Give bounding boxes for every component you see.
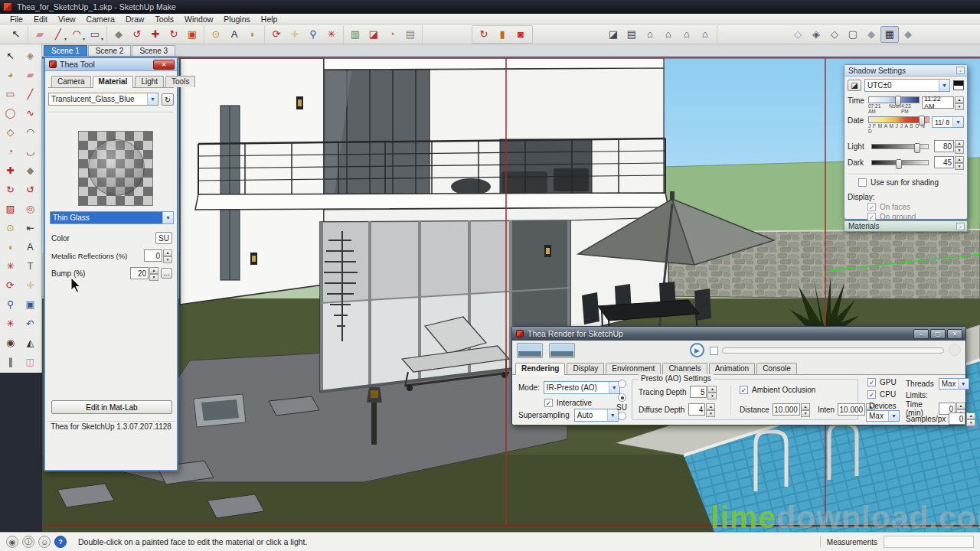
previous-view-tool[interactable]: ↶	[21, 315, 40, 332]
distance-input[interactable]: 10.000	[773, 403, 800, 416]
3d-text-tool[interactable]: T	[21, 257, 40, 275]
date-select[interactable]: 11/ 8 ▼	[932, 116, 964, 128]
scene-tab[interactable]: Scene 2	[88, 45, 132, 56]
intensity-input[interactable]: 10.000	[838, 403, 865, 416]
minimize-icon[interactable]: –	[913, 329, 929, 339]
select-tool-icon[interactable]: ↖	[7, 26, 25, 43]
mode-select[interactable]: IR-Presto (AO) ▼	[544, 381, 620, 394]
supersampling-select[interactable]: Auto ▼	[574, 409, 619, 422]
push-pull-tool[interactable]: ◆	[21, 161, 40, 179]
tracing-depth-input[interactable]: 5	[690, 386, 707, 398]
menu-item[interactable]: Camera	[81, 15, 120, 24]
materials-window-icon[interactable]: ◪	[364, 26, 383, 43]
text-tool[interactable]: A	[21, 238, 40, 256]
help-icon[interactable]: ?	[54, 536, 67, 548]
position-camera-tool[interactable]: ◉	[2, 334, 20, 351]
render-tab[interactable]: Rendering	[515, 363, 565, 375]
pan-tool[interactable]: ✛	[21, 276, 40, 294]
render-tab[interactable]: Animation	[709, 363, 755, 374]
shaded-style-icon[interactable]: ◆	[862, 26, 880, 43]
menu-item[interactable]: Help	[256, 15, 283, 24]
diffuse-depth-input[interactable]: 4	[688, 403, 705, 416]
model-viewport[interactable]	[42, 57, 980, 532]
zoom-tool[interactable]: ⚲	[2, 295, 20, 313]
material-select[interactable]: Translucent_Glass_Blue ▼	[48, 93, 158, 106]
eraser-tool-icon[interactable]: ▰	[31, 26, 49, 43]
color-su-button[interactable]: SU	[155, 232, 172, 244]
menu-item[interactable]: Edit	[28, 15, 53, 24]
user-icon[interactable]: ☺	[38, 536, 51, 548]
thea-tool-tab[interactable]: Camera	[51, 76, 91, 87]
orbit-tool[interactable]: ⟳	[2, 276, 20, 294]
hidden-line-style-icon[interactable]: ▢	[844, 26, 862, 43]
resolution-radio-1[interactable]	[618, 380, 626, 388]
monochrome-style-icon[interactable]: ◆	[899, 26, 917, 43]
edit-in-matlab-button[interactable]: Edit in Mat-Lab	[51, 400, 172, 414]
line-tool[interactable]: ╱	[21, 85, 40, 103]
collapse-icon[interactable]: ▫	[956, 223, 965, 230]
interactive-checkbox[interactable]	[544, 399, 553, 407]
menu-item[interactable]: Window	[179, 15, 218, 24]
date-slider-handle[interactable]	[919, 116, 925, 126]
resolution-radio-2[interactable]	[618, 393, 626, 402]
toggle-shadows-button[interactable]: ◪	[848, 80, 861, 91]
close-icon[interactable]: ✕	[947, 329, 962, 339]
walk-tool[interactable]: ∥	[2, 353, 20, 370]
offset-tool-icon[interactable]: ▣	[183, 26, 201, 43]
light-stepper[interactable]: ▲▼	[955, 140, 964, 152]
select-tool[interactable]: ↖	[2, 47, 20, 64]
components-window-icon[interactable]: ▥	[346, 26, 364, 43]
right-view-icon[interactable]: ⌂	[659, 26, 678, 43]
orbit-tool-icon[interactable]: ⟳	[267, 26, 286, 43]
light-input[interactable]: 80	[934, 140, 954, 152]
two-point-arc-tool[interactable]: ◡	[21, 142, 40, 160]
title-bar[interactable]: Thea_for_SketchUp_1.skp - SketchUp Make	[0, 0, 980, 14]
tape-measure-tool[interactable]: ⊙	[2, 219, 20, 236]
samples-stepper[interactable]: ▲▼	[966, 412, 975, 425]
measurements-input[interactable]	[884, 536, 974, 548]
follow-me-tool[interactable]: ↺	[21, 181, 40, 198]
front-view-icon[interactable]: ⌂	[641, 26, 659, 43]
time-stepper[interactable]: ▲▼	[955, 96, 964, 109]
display-option-checkbox[interactable]	[867, 203, 876, 211]
start-render-button[interactable]: ▶	[690, 343, 704, 357]
thea-material-lab-icon[interactable]: ▮	[493, 26, 511, 43]
rectangle-tool[interactable]: ▭	[2, 85, 20, 103]
diffuse-depth-stepper[interactable]: ▲▼	[706, 403, 715, 416]
zoom-extents-tool-icon[interactable]: ✳	[322, 26, 341, 43]
collapse-icon[interactable]: ▫	[956, 67, 965, 74]
dimension-tool[interactable]: ⇤	[21, 219, 40, 236]
samples-input[interactable]: 0	[949, 412, 965, 425]
render-tab[interactable]: Console	[756, 363, 797, 374]
eraser-tool[interactable]: ▰	[21, 66, 40, 83]
bump-input[interactable]: 20	[130, 267, 149, 279]
layer-select[interactable]: Thin Glass ▼	[50, 211, 174, 224]
zoom-window-tool[interactable]: ▣	[21, 295, 40, 313]
gpu-checkbox[interactable]	[867, 378, 876, 386]
move-tool-icon[interactable]: ✚	[146, 26, 165, 43]
top-view-icon[interactable]: ▤	[622, 26, 641, 43]
devices-select[interactable]: Max ▼	[866, 410, 900, 422]
render-option-checkbox[interactable]	[710, 347, 718, 355]
arc-tool-icon[interactable]: ◠	[67, 26, 86, 43]
date-slider[interactable]	[868, 116, 929, 123]
bump-browse-button[interactable]: ...	[161, 268, 172, 279]
model-info-window-icon[interactable]: ▤	[401, 26, 420, 43]
circle-tool[interactable]: ◯	[2, 104, 20, 122]
metallic-input[interactable]: 0	[144, 249, 162, 262]
cpu-checkbox[interactable]	[867, 390, 876, 399]
look-around-tool[interactable]: ◭	[21, 334, 40, 351]
pie-tool[interactable]: ◔	[2, 142, 20, 160]
render-tab[interactable]: Channels	[662, 363, 707, 374]
tracing-depth-stepper[interactable]: ▲▼	[707, 386, 717, 398]
paint-bucket-tool-icon[interactable]: ◗	[243, 26, 262, 43]
thea-tool-titlebar[interactable]: Thea Tool ✕	[45, 58, 177, 71]
light-slider-handle[interactable]	[914, 143, 920, 153]
polygon-tool[interactable]: ◇	[2, 123, 20, 141]
threads-select[interactable]: Max ▼	[939, 378, 969, 390]
dark-slider-handle[interactable]	[896, 159, 902, 169]
dark-stepper[interactable]: ▲▼	[955, 156, 964, 168]
render-tab[interactable]: Display	[567, 363, 604, 374]
xray-style-icon[interactable]: ◇	[789, 26, 807, 43]
freehand-tool[interactable]: ∿	[21, 104, 40, 122]
